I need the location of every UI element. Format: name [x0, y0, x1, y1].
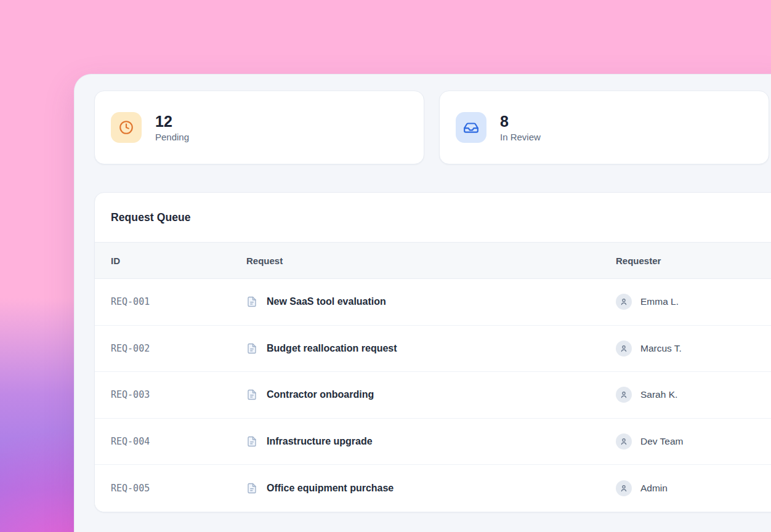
request-title: Office equipment purchase — [267, 483, 394, 494]
requester-cell: Dev Team — [616, 433, 771, 449]
stat-card-in-review[interactable]: 8 In Review — [439, 91, 769, 164]
table-title-bar: Request Queue — [95, 193, 771, 242]
column-header-requester: Requester — [616, 256, 771, 266]
request-cell: Contractor onboarding — [246, 389, 616, 401]
stat-text: 12 Pending — [155, 113, 189, 143]
request-title: New SaaS tool evaluation — [267, 296, 386, 307]
request-cell: New SaaS tool evaluation — [246, 296, 616, 308]
request-id: REQ-003 — [111, 389, 246, 400]
avatar — [616, 341, 632, 357]
file-text-icon — [246, 296, 257, 308]
user-icon — [620, 297, 628, 306]
file-text-icon — [246, 389, 257, 401]
table-row[interactable]: REQ-003 Contractor onboarding — [95, 372, 771, 419]
requester-cell: Admin — [616, 480, 771, 496]
requester-name: Dev Team — [640, 436, 684, 447]
avatar — [616, 433, 632, 449]
request-id: REQ-004 — [111, 436, 246, 447]
table-row[interactable]: REQ-005 Office equipment purchase — [95, 465, 771, 512]
requester-name: Emma L. — [640, 296, 679, 307]
requester-cell: Marcus T. — [616, 341, 771, 357]
inbox-icon — [456, 112, 486, 143]
avatar — [616, 294, 632, 310]
request-id: REQ-002 — [111, 343, 246, 354]
request-queue-card: Request Queue ID Request Requester REQ-0… — [94, 192, 771, 512]
stat-value: 8 — [500, 113, 541, 131]
table-header-row: ID Request Requester — [95, 242, 771, 279]
column-header-id: ID — [111, 256, 246, 266]
user-icon — [620, 344, 628, 353]
stat-text: 8 In Review — [500, 113, 541, 143]
user-icon — [620, 484, 628, 493]
table-row[interactable]: REQ-004 Infrastructure upgrade — [95, 419, 771, 465]
avatar — [616, 387, 632, 403]
file-text-icon — [246, 342, 257, 355]
avatar — [616, 480, 632, 496]
request-id: REQ-005 — [111, 483, 246, 494]
page-title: Request Queue — [111, 211, 191, 224]
requester-name: Marcus T. — [640, 343, 682, 354]
request-title: Infrastructure upgrade — [267, 436, 373, 447]
clock-icon — [111, 112, 142, 143]
user-icon — [620, 390, 628, 399]
file-text-icon — [246, 482, 257, 494]
stat-label: Pending — [155, 132, 189, 142]
request-cell: Infrastructure upgrade — [246, 435, 616, 448]
column-header-request: Request — [246, 256, 616, 266]
file-text-icon — [246, 435, 257, 448]
user-icon — [620, 437, 628, 446]
request-title: Contractor onboarding — [267, 389, 374, 400]
request-id: REQ-001 — [111, 296, 246, 307]
requester-cell: Emma L. — [616, 294, 771, 310]
stat-card-pending[interactable]: 12 Pending — [94, 91, 424, 164]
request-title: Budget reallocation request — [267, 343, 397, 354]
request-cell: Office equipment purchase — [246, 482, 616, 494]
stat-label: In Review — [500, 132, 541, 142]
requester-name: Sarah K. — [640, 389, 677, 400]
requester-cell: Sarah K. — [616, 387, 771, 403]
stat-value: 12 — [155, 113, 189, 131]
table-row[interactable]: REQ-001 New SaaS tool evaluation — [95, 279, 771, 326]
request-cell: Budget reallocation request — [246, 342, 616, 355]
table-row[interactable]: REQ-002 Budget reallocation request — [95, 326, 771, 373]
main-panel: 12 Pending 8 In Review Request Queue ID … — [74, 74, 771, 532]
stats-row: 12 Pending 8 In Review — [94, 91, 769, 164]
requester-name: Admin — [640, 483, 668, 494]
